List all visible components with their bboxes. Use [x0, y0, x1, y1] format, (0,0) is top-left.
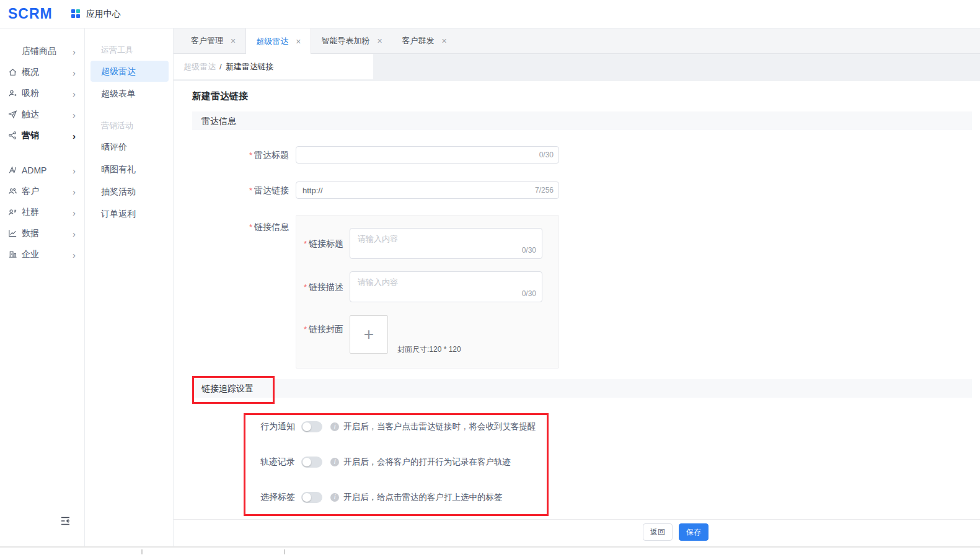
link-title-label: 链接标题 [309, 238, 343, 248]
page-title: 新建雷达链接 [192, 90, 248, 102]
close-icon[interactable]: × [231, 37, 236, 45]
submenu-item-super-form[interactable]: 超级表单 [90, 83, 169, 104]
tab-smart-import-fans[interactable]: 智能导表加粉 × [311, 28, 392, 53]
close-icon[interactable]: × [296, 37, 301, 46]
required-mark: * [249, 222, 252, 232]
submenu-item-photo-reward[interactable]: 晒图有礼 [90, 159, 169, 180]
sidebar-item-enterprise[interactable]: 企业 › [0, 244, 84, 265]
track-record-label: 轨迹记录 [260, 457, 296, 468]
link-desc-label: 链接描述 [309, 282, 343, 292]
sidebar-item-overview[interactable]: 概况 › [0, 62, 84, 83]
behavior-notify-tip: 开启后，当客户点击雷达链接时，将会收到艾客提醒 [343, 421, 536, 432]
link-title-input[interactable] [350, 228, 542, 259]
close-icon[interactable]: × [377, 37, 382, 45]
link-cover-labelrow: *链接封面 [296, 317, 343, 335]
link-info-label: *链接信息 [174, 221, 289, 233]
breadcrumb-current: 新建雷达链接 [226, 61, 274, 72]
chevron-right-icon: › [73, 208, 76, 217]
breadcrumb: 超级雷达 / 新建雷达链接 [174, 54, 373, 79]
radar-link-input[interactable] [296, 181, 559, 199]
sidebar-item-community[interactable]: 社群 › [0, 202, 84, 223]
section-radar-info: 雷达信息 [192, 111, 972, 130]
chevron-right-icon: › [73, 110, 76, 120]
blank-icon [8, 46, 22, 56]
link-info-panel: *链接标题 0/30 *链接描述 0/30 [296, 215, 559, 369]
chevron-right-icon: › [73, 131, 76, 141]
required-mark: * [249, 151, 252, 160]
breadcrumb-separator: / [219, 62, 222, 71]
back-button[interactable]: 返回 [643, 523, 673, 541]
select-tag-row: 选择标签 i 开启后，给点击雷达的客户打上选中的标签 [260, 491, 503, 504]
info-icon: i [330, 458, 339, 466]
close-icon[interactable]: × [442, 37, 447, 45]
radar-title-counter: 0/30 [539, 151, 554, 159]
group-icon [8, 208, 22, 217]
required-mark: * [249, 186, 252, 195]
breadcrumb-parent[interactable]: 超级雷达 [183, 61, 216, 72]
admp-icon [8, 165, 22, 175]
send-icon [8, 110, 22, 120]
radar-title-label: 雷达标题 [254, 150, 289, 160]
bottom-divider [0, 546, 980, 548]
app-center-label[interactable]: 应用中心 [86, 9, 121, 20]
link-desc-row: *链接描述 0/30 [296, 271, 542, 302]
chevron-right-icon: › [73, 250, 76, 260]
home-icon [8, 68, 22, 77]
share-nodes-icon [8, 131, 22, 141]
sidebar-item-customers[interactable]: 客户 › [0, 181, 84, 202]
sidebar-item-data[interactable]: 数据 › [0, 223, 84, 244]
behavior-notify-row: 行为通知 i 开启后，当客户点击雷达链接时，将会收到艾客提醒 [260, 420, 536, 434]
primary-sidebar: 店铺商品 › 概况 › 吸粉 › 触达 › 营销 › [0, 28, 85, 547]
tab-customer-management[interactable]: 客户管理 × [181, 28, 245, 53]
submenu-item-review-share[interactable]: 晒评价 [90, 136, 169, 157]
sidebar-item-marketing[interactable]: 营销 › [0, 125, 84, 146]
sidebar-item-admp[interactable]: ADMP › [0, 160, 84, 181]
track-record-row: 轨迹记录 i 开启后，会将客户的打开行为记录在客户轨迹 [260, 455, 511, 469]
secondary-sidebar: 运营工具 超级雷达 超级表单 营销活动 晒评价 晒图有礼 抽奖活动 订单返利 [85, 28, 174, 547]
chevron-right-icon: › [73, 187, 76, 196]
submenu-item-super-radar[interactable]: 超级雷达 [90, 61, 169, 82]
cover-upload-box[interactable]: + [350, 315, 388, 354]
radar-link-counter: 7/256 [535, 186, 554, 194]
save-button[interactable]: 保存 [679, 523, 709, 541]
select-tag-toggle[interactable] [301, 492, 322, 503]
submenu-group-title: 运营工具 [101, 45, 173, 56]
app-window: SCRM 应用中心 店铺商品 › 概况 › 吸粉 › [0, 0, 980, 555]
tab-customer-mass-send[interactable]: 客户群发 × [392, 28, 457, 53]
submenu-item-lottery[interactable]: 抽奖活动 [90, 181, 169, 202]
info-icon: i [330, 493, 339, 502]
radar-title-row: *雷达标题 0/30 [174, 146, 559, 164]
link-desc-input[interactable] [350, 271, 542, 302]
chevron-right-icon: › [73, 166, 76, 175]
submenu-item-order-rebate[interactable]: 订单返利 [90, 203, 169, 224]
section-link-tracking: 链接追踪设置 [192, 379, 972, 398]
scrm-logo: SCRM [8, 6, 53, 22]
scrollbar-tick [141, 549, 143, 554]
plus-icon: + [364, 326, 374, 343]
sidebar-item-reach[interactable]: 触达 › [0, 104, 84, 125]
select-tag-tip: 开启后，给点击雷达的客户打上选中的标签 [343, 492, 503, 503]
users-icon [8, 186, 22, 196]
collapse-sidebar-icon[interactable] [60, 516, 74, 527]
info-icon: i [330, 422, 339, 431]
tab-super-radar[interactable]: 超级雷达 × [245, 28, 311, 54]
sidebar-item-attract-fans[interactable]: 吸粉 › [0, 83, 84, 104]
form-content: 新建雷达链接 雷达信息 *雷达标题 0/30 *雷达链接 [174, 81, 980, 519]
app-center-grid-icon[interactable] [71, 9, 81, 19]
chevron-right-icon: › [73, 229, 76, 238]
form-footer: 返回 保存 [174, 519, 980, 544]
track-record-tip: 开启后，会将客户的打开行为记录在客户轨迹 [343, 457, 511, 468]
behavior-notify-label: 行为通知 [260, 421, 296, 432]
cover-size-hint: 封面尺寸:120 * 120 [397, 344, 461, 355]
sidebar-item-shop-goods[interactable]: 店铺商品 › [0, 41, 84, 62]
required-mark: * [304, 325, 307, 334]
track-record-toggle[interactable] [301, 457, 322, 468]
scrollbar-tick [284, 549, 285, 554]
behavior-notify-toggle[interactable] [301, 421, 322, 432]
required-mark: * [304, 282, 307, 292]
link-title-counter: 0/30 [522, 246, 536, 255]
radar-title-input[interactable] [296, 146, 559, 164]
link-desc-counter: 0/30 [522, 289, 536, 298]
user-add-icon [8, 89, 22, 98]
required-mark: * [304, 239, 307, 248]
